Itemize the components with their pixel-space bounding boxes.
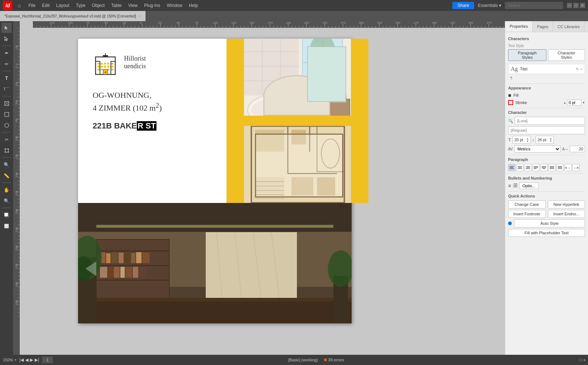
hand-tool[interactable]: ✋ (1, 185, 12, 195)
stroke-value-input[interactable] (567, 100, 581, 105)
essentials-dropdown[interactable]: Essentials ▾ (475, 2, 504, 9)
share-button[interactable]: Share (452, 2, 474, 9)
svg-rect-88 (119, 253, 124, 263)
canvas-content[interactable]: ★ Hillorist uendicis (20, 28, 505, 355)
kerning-select[interactable]: Metrics (514, 145, 561, 153)
style-more-icon[interactable]: + (580, 67, 583, 72)
svg-rect-50 (306, 96, 346, 103)
font-search-row: 🔍 (508, 117, 585, 125)
insert-endnote-button[interactable]: Insert Endno... (548, 210, 585, 218)
font-size-down[interactable]: ▼ (526, 140, 529, 142)
rectangle-frame-tool[interactable] (1, 98, 12, 108)
tab-cc-libraries[interactable]: CC Libraries (553, 21, 584, 32)
paragraph-styles-button[interactable]: Paragraph Styles (508, 49, 546, 61)
leading-input[interactable]: 26 pt ▲ ▼ (535, 136, 554, 144)
justify-all-button[interactable] (556, 164, 564, 171)
minimize-button[interactable]: ─ (567, 3, 572, 8)
tracking-value[interactable]: 20 (570, 146, 585, 152)
selection-tool[interactable] (1, 23, 12, 33)
pencil-tool[interactable]: ✏ (1, 59, 12, 69)
home-icon[interactable]: ⌂ (15, 1, 23, 9)
font-size-up[interactable]: ▲ (526, 137, 529, 140)
menu-plugins[interactable]: Plug-Ins (141, 2, 163, 9)
scissors-tool[interactable]: ✂ (1, 134, 12, 145)
free-transform-tool[interactable] (1, 145, 12, 155)
view-mode[interactable]: ⬜ (1, 221, 12, 231)
zoom-dropdown-icon[interactable]: ▾ (15, 358, 16, 362)
direct-select-tool[interactable] (1, 34, 12, 44)
align-left-button[interactable] (508, 164, 515, 171)
play-button[interactable]: ▶ (30, 357, 33, 362)
fill-placeholder-button[interactable]: Fill with Placeholder Text (508, 229, 585, 237)
justify-right-button[interactable] (548, 164, 556, 171)
maximize-button[interactable]: □ (573, 3, 579, 8)
quick-actions-row-2: Insert Footnote Insert Endno... (508, 210, 585, 218)
new-hyperlink-button[interactable]: New Hyperlink (548, 200, 585, 208)
fill-swatch[interactable] (1, 210, 12, 220)
close-window-button[interactable]: ✕ (580, 3, 585, 8)
menu-type[interactable]: Type (73, 2, 88, 9)
menu-window[interactable]: Window (164, 2, 185, 9)
svg-rect-99 (139, 267, 147, 278)
unordered-list-icon[interactable]: ≡ (508, 183, 511, 189)
style-edit-icon[interactable]: ✎ (576, 67, 579, 72)
first-page-button[interactable]: |◀ (19, 357, 24, 362)
view-controls: □ ▪ (579, 357, 585, 362)
vertical-ruler (13, 28, 20, 355)
character-styles-button[interactable]: Character Styles (548, 49, 585, 61)
normal-view-icon[interactable]: □ (579, 357, 582, 362)
menu-layout[interactable]: Layout (53, 2, 72, 9)
rectangle-tool[interactable] (1, 109, 12, 119)
company-name: Hillorist uendicis (124, 55, 146, 70)
stroke-up-icon[interactable]: ▲ (563, 101, 566, 104)
measure-tool[interactable]: 📏 (1, 170, 12, 181)
svg-rect-56 (255, 130, 284, 152)
type-on-path-tool[interactable]: T⌒ (1, 84, 12, 94)
ellipse-tool[interactable] (1, 120, 12, 130)
tracking-icon: A↔ (562, 147, 568, 151)
align-right-button[interactable] (524, 164, 531, 171)
left-indent-button[interactable]: ≡→ (564, 164, 572, 171)
pen-tool[interactable]: ✒ (1, 48, 12, 58)
bullets-options-button[interactable]: Optio... (519, 182, 538, 189)
menu-edit[interactable]: Edit (39, 2, 53, 9)
canvas-scroll[interactable]: ★ Hillorist uendicis (13, 28, 505, 355)
menu-table[interactable]: Table (108, 2, 125, 9)
prev-page-button[interactable]: ◀ (25, 357, 28, 362)
justify-center-button[interactable] (540, 164, 548, 171)
right-indent-button[interactable]: ←≡ (572, 164, 580, 171)
characters-section-title: Characters (508, 36, 585, 41)
ruler-area (13, 21, 505, 28)
auto-style-button[interactable]: Auto Style (514, 219, 585, 227)
font-size-input[interactable]: 20 pt ▲ ▼ (512, 136, 531, 144)
menu-object[interactable]: Object (89, 2, 108, 9)
font-family-input[interactable] (515, 117, 585, 125)
leading-up[interactable]: ▲ (550, 137, 552, 140)
tab-close-button[interactable]: × (139, 14, 141, 18)
next-page-button[interactable]: ▶| (35, 357, 39, 362)
insert-footnote-button[interactable]: Insert Footnote (508, 210, 546, 218)
tab-properties[interactable]: Properties (505, 21, 533, 32)
toolbar-separator-2 (2, 71, 11, 71)
change-case-button[interactable]: Change Case (508, 200, 546, 208)
ordered-list-icon[interactable]: 123 (512, 183, 518, 189)
justify-left-button[interactable] (532, 164, 539, 171)
menu-file[interactable]: File (26, 2, 38, 9)
stroke-down-icon[interactable]: ▼ (582, 101, 585, 104)
preview-view-icon[interactable]: ▪ (584, 357, 585, 362)
current-page-input[interactable] (42, 357, 53, 363)
menu-help[interactable]: Help (186, 2, 201, 9)
align-center-button[interactable] (516, 164, 523, 171)
font-style-input[interactable] (508, 126, 585, 134)
leading-down[interactable]: ▼ (550, 140, 552, 142)
document-tab[interactable]: *Exposee_Hochformat_210x297_Wohnungsverk… (0, 11, 146, 21)
search-input[interactable] (505, 2, 563, 9)
status-bar: 150% ▾ |◀ ◀ ▶ ▶| [Basic] (working) 39 er… (0, 355, 588, 365)
paragraph-style-item[interactable]: Ag Titel ✎ + (508, 64, 585, 74)
zoom-tool[interactable]: 🔍 (1, 196, 12, 206)
type-tool[interactable]: T (1, 73, 12, 83)
svg-text:3: 3 (513, 186, 514, 188)
tab-pages[interactable]: Pages (533, 21, 553, 32)
menu-view[interactable]: View (125, 2, 140, 9)
eyedropper-tool[interactable]: 🔍 (1, 160, 12, 170)
